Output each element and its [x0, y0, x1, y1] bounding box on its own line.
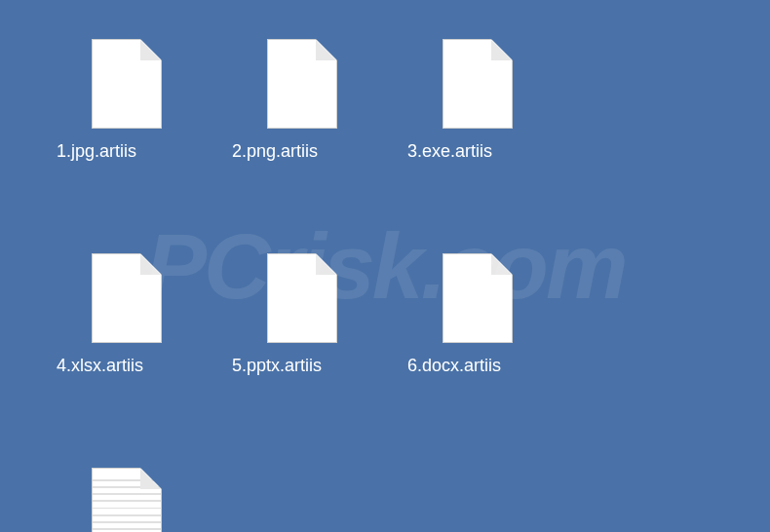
file-item[interactable]: 4.xlsx.artiis: [39, 244, 214, 458]
file-item[interactable]: 2.png.artiis: [214, 29, 390, 244]
file-label: 6.docx.artiis: [400, 355, 556, 377]
generic-file-icon: [92, 253, 162, 343]
desktop-area: 1.jpg.artiis 2.png.artiis 3.exe.artiis 4…: [0, 0, 770, 532]
file-item[interactable]: 3.exe.artiis: [390, 29, 565, 244]
file-label: 4.xlsx.artiis: [49, 355, 205, 377]
generic-file-icon: [443, 253, 513, 343]
text-file-icon: [92, 468, 162, 532]
file-label: 5.pptx.artiis: [224, 355, 380, 377]
file-item[interactable]: 5.pptx.artiis: [214, 244, 390, 458]
file-label: 1.jpg.artiis: [49, 140, 205, 163]
generic-file-icon: [443, 39, 513, 129]
generic-file-icon: [267, 39, 337, 129]
generic-file-icon: [267, 253, 337, 343]
file-item[interactable]: 6.docx.artiis: [390, 244, 565, 458]
file-item[interactable]: How to decrypt files.txt: [39, 458, 214, 532]
file-label: 2.png.artiis: [224, 140, 380, 163]
file-label: 3.exe.artiis: [400, 140, 556, 163]
generic-file-icon: [92, 39, 162, 129]
file-item[interactable]: 1.jpg.artiis: [39, 29, 214, 244]
